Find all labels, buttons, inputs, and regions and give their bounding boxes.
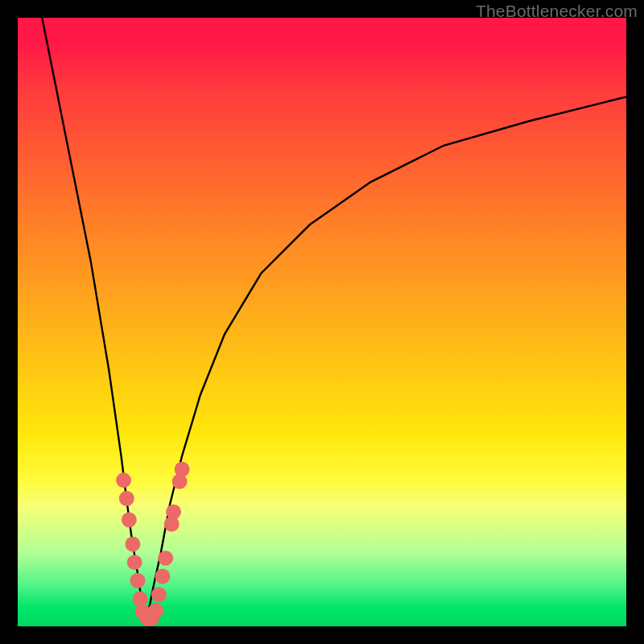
bottleneck-curve-left (42, 18, 146, 620)
curve-svg (18, 18, 626, 626)
bottleneck-curve-right (146, 97, 626, 620)
plot-area (18, 18, 626, 626)
data-marker (119, 491, 134, 506)
data-marker (127, 555, 142, 570)
data-marker (130, 573, 145, 588)
data-markers (116, 462, 189, 626)
data-marker (175, 462, 190, 477)
data-marker (125, 536, 140, 551)
data-marker (158, 551, 173, 566)
chart-frame: TheBottlenecker.com (0, 0, 644, 644)
data-marker (148, 603, 163, 618)
data-marker (155, 569, 170, 584)
data-marker (122, 512, 137, 527)
data-marker (166, 504, 181, 519)
data-marker (116, 473, 131, 488)
data-marker (133, 592, 148, 607)
data-marker (151, 587, 167, 602)
